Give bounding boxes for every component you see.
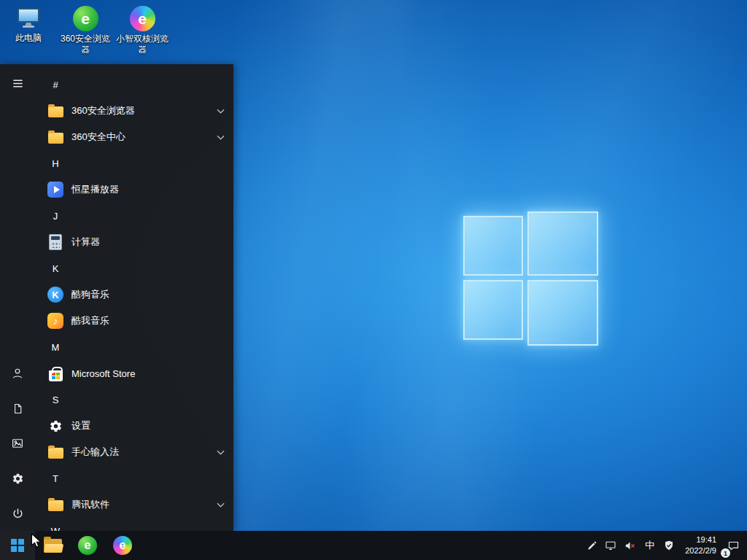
app-item-360-center-folder[interactable]: 360安全中心 (35, 124, 233, 150)
settings-gear-icon (47, 417, 64, 435)
network-icon (605, 540, 616, 551)
app-item-label: 计算器 (71, 236, 100, 249)
chevron-down-icon (217, 135, 225, 140)
power-icon (12, 508, 24, 520)
chevron-down-icon (217, 450, 225, 455)
app-item-label: 腾讯软件 (71, 498, 109, 511)
desktop-icon-label: 小智双核浏览器 (115, 34, 169, 55)
multicolor-e-browser-icon (130, 6, 155, 31)
start-button[interactable] (0, 531, 35, 560)
security-check-icon (663, 540, 675, 551)
taskbar: 中 19:41 2022/2/9 1 (0, 531, 747, 560)
pictures-button[interactable] (0, 426, 35, 461)
file-explorer-icon (44, 539, 62, 553)
app-item-label: 360安全浏览器 (71, 104, 135, 117)
kuwo-music-icon (47, 312, 64, 330)
kugou-music-icon (47, 286, 64, 303)
clock-date: 2022/2/9 (685, 545, 716, 556)
desktop-icon-xiaozhi-browser[interactable]: 小智双核浏览器 (114, 3, 171, 58)
start-menu-app-list: # 360安全浏览器 360安全中心 H 恒星播放器 J 计算器 K 酷狗音乐 (35, 64, 233, 531)
start-menu: # 360安全浏览器 360安全中心 H 恒星播放器 J 计算器 K 酷狗音乐 (0, 64, 233, 531)
start-menu-rail (0, 64, 35, 531)
app-item-label: 设置 (71, 419, 90, 432)
app-item-kuwo-music[interactable]: 酷我音乐 (35, 308, 233, 334)
volume-tray-button[interactable] (620, 531, 640, 560)
media-player-icon (47, 181, 64, 198)
app-item-microsoft-store[interactable]: Microsoft Store (35, 360, 233, 386)
360-browser-button[interactable] (70, 531, 105, 560)
chevron-down-icon (217, 502, 225, 508)
pictures-icon (11, 437, 24, 450)
app-item-tencent-folder[interactable]: 腾讯软件 (35, 491, 233, 518)
app-item-360-browser-folder[interactable]: 360安全浏览器 (35, 98, 233, 124)
pen-tray-button[interactable] (583, 531, 601, 560)
settings-gear-icon (12, 472, 24, 485)
user-icon (11, 367, 24, 380)
app-item-hengxing-player[interactable]: 恒星播放器 (35, 176, 233, 203)
app-item-shouxin-ime-folder[interactable]: 手心输入法 (35, 439, 233, 465)
folder-icon (47, 496, 64, 513)
desktop-icon-this-pc[interactable]: 此电脑 (0, 3, 57, 58)
hamburger-icon (12, 77, 24, 90)
app-item-settings[interactable]: 设置 (35, 413, 233, 439)
documents-button[interactable] (0, 391, 35, 426)
app-item-label: Microsoft Store (71, 368, 135, 379)
start-windows-icon (11, 539, 24, 552)
app-section-s[interactable]: S (35, 386, 233, 413)
folder-icon (47, 443, 64, 461)
volume-muted-icon (624, 540, 636, 552)
chevron-down-icon (217, 109, 225, 114)
power-button[interactable] (0, 496, 35, 531)
user-account-button[interactable] (0, 356, 35, 391)
calculator-icon (47, 233, 64, 251)
app-item-calculator[interactable]: 计算器 (35, 229, 233, 255)
app-item-label: 酷狗音乐 (71, 288, 109, 301)
app-section-h[interactable]: H (35, 150, 233, 176)
app-section-k[interactable]: K (35, 255, 233, 281)
windows-logo-wallpaper (457, 206, 603, 359)
taskbar-clock[interactable]: 19:41 2022/2/9 (678, 534, 723, 557)
documents-icon (12, 402, 24, 415)
app-item-label: 恒星播放器 (71, 183, 119, 196)
computer-icon (15, 6, 42, 31)
desktop-icon-area: 此电脑 360安全浏览器 小智双核浏览器 (0, 3, 171, 58)
folder-icon (47, 102, 64, 120)
expand-menu-button[interactable] (0, 66, 35, 101)
notification-badge: 1 (721, 548, 730, 558)
app-section-hash[interactable]: # (35, 71, 233, 98)
ime-indicator[interactable]: 中 (640, 531, 659, 560)
app-section-t[interactable]: T (35, 465, 233, 491)
system-tray: 中 19:41 2022/2/9 1 (583, 531, 747, 560)
app-section-j[interactable]: J (35, 203, 233, 229)
app-item-kugou-music[interactable]: 酷狗音乐 (35, 281, 233, 308)
security-tray-button[interactable] (659, 531, 678, 560)
multicolor-e-browser-icon (113, 536, 132, 555)
app-item-label: 360安全中心 (71, 131, 125, 144)
green-e-browser-icon (78, 536, 97, 555)
settings-button[interactable] (0, 461, 35, 496)
clock-time: 19:41 (685, 534, 716, 545)
network-tray-button[interactable] (601, 531, 620, 560)
microsoft-store-icon (47, 365, 64, 382)
file-explorer-button[interactable] (35, 531, 70, 560)
app-section-m[interactable]: M (35, 334, 233, 360)
app-section-w[interactable]: W (35, 518, 233, 531)
notification-center-button[interactable]: 1 (723, 531, 747, 560)
folder-icon (47, 128, 64, 146)
desktop-icon-360-browser[interactable]: 360安全浏览器 (57, 3, 114, 58)
pen-icon (587, 540, 597, 551)
app-item-label: 手心输入法 (71, 446, 119, 459)
desktop-icon-label: 360安全浏览器 (58, 34, 112, 55)
app-item-label: 酷我音乐 (71, 314, 109, 327)
green-e-browser-icon (73, 6, 98, 31)
xiaozhi-browser-button[interactable] (105, 531, 140, 560)
desktop-icon-label: 此电脑 (15, 33, 42, 44)
